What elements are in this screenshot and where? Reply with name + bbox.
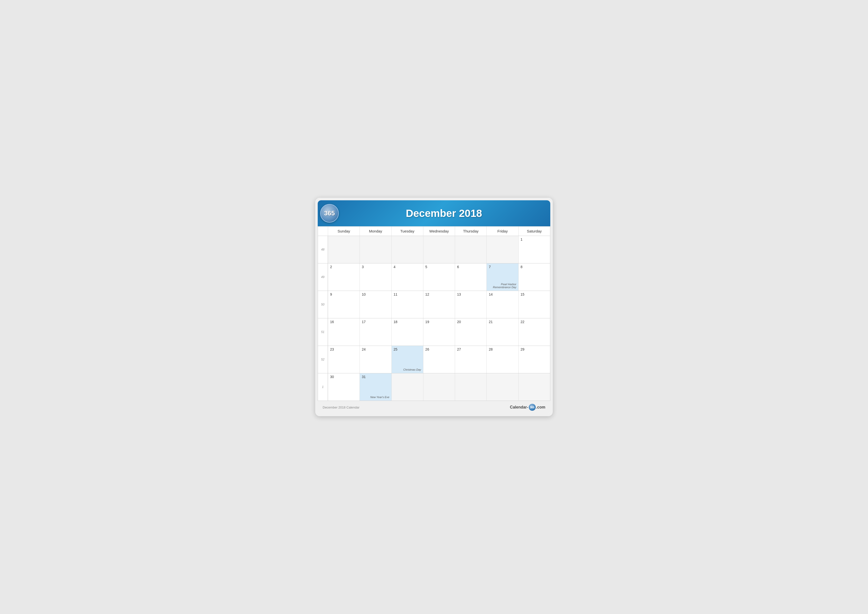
day-cell: 21 (487, 319, 518, 346)
day-number: 9 (330, 292, 358, 296)
day-cell (423, 236, 455, 263)
calendar-header: 365 December 2018 (318, 200, 550, 226)
page-wrapper: 365 December 2018 Sunday Monday Tuesday … (315, 198, 553, 416)
day-cell (518, 373, 550, 401)
day-cell: 4 (391, 263, 423, 291)
day-number: 26 (425, 347, 453, 351)
day-cell: 1 (518, 236, 550, 263)
day-cell: 3 (360, 263, 391, 291)
day-cell: 12 (423, 291, 455, 318)
day-header-sunday: Sunday (328, 227, 360, 236)
footer-brand: Calendar- 365 .com (510, 404, 546, 411)
week-row: 5116171819202122 (318, 318, 550, 346)
day-number: 28 (489, 347, 516, 351)
week-row: 481 (318, 236, 550, 263)
day-number: 30 (330, 375, 358, 379)
day-cell: 31New Year's Eve (360, 373, 391, 401)
week-row: 49234567Pearl Harbor Remembrance Day8 (318, 263, 550, 291)
day-number: 5 (425, 265, 453, 269)
day-cell: 11 (391, 291, 423, 318)
calendar-container: 365 December 2018 Sunday Monday Tuesday … (318, 200, 550, 414)
day-cell: 7Pearl Harbor Remembrance Day (487, 263, 518, 291)
day-cell: 14 (487, 291, 518, 318)
day-number: 17 (362, 320, 389, 324)
day-cell: 5 (423, 263, 455, 291)
day-cell: 17 (360, 319, 391, 346)
day-header-wednesday: Wednesday (423, 227, 455, 236)
day-cell: 20 (455, 319, 487, 346)
day-number: 3 (362, 265, 389, 269)
day-cell: 18 (391, 319, 423, 346)
day-cell: 25Christmas Day (391, 346, 423, 373)
day-number: 27 (457, 347, 485, 351)
footer-caption: December 2018 Calendar (322, 406, 360, 409)
day-cell: 8 (518, 263, 550, 291)
week-num-header (318, 227, 328, 236)
week-row: 509101112131415 (318, 291, 550, 318)
week-number: 52 (318, 346, 328, 373)
day-cell: 26 (423, 346, 455, 373)
logo-circle: 365 (320, 204, 339, 222)
footer-logo-text: 365 (530, 406, 534, 409)
day-number: 11 (394, 292, 421, 296)
day-number: 22 (521, 320, 548, 324)
week-number: 51 (318, 319, 328, 346)
day-cell (391, 373, 423, 401)
day-number: 19 (425, 320, 453, 324)
day-cell: 30 (328, 373, 360, 401)
day-number: 25 (394, 347, 421, 351)
footer-brand-suffix: .com (536, 405, 546, 409)
day-cell: 22 (518, 319, 550, 346)
calendar-grid: Sunday Monday Tuesday Wednesday Thursday… (318, 226, 550, 401)
day-cell: 23 (328, 346, 360, 373)
day-cell (455, 373, 487, 401)
day-number: 14 (489, 292, 516, 296)
day-number: 16 (330, 320, 358, 324)
footer-brand-prefix: Calendar- (510, 405, 528, 409)
day-header-monday: Monday (360, 227, 391, 236)
day-number: 13 (457, 292, 485, 296)
day-number: 21 (489, 320, 516, 324)
day-cell: 9 (328, 291, 360, 318)
day-cell: 2 (328, 263, 360, 291)
day-cell: 28 (487, 346, 518, 373)
day-number: 29 (521, 347, 548, 351)
day-cell (360, 236, 391, 263)
day-number: 6 (457, 265, 485, 269)
day-cell (455, 236, 487, 263)
week-number: 48 (318, 236, 328, 263)
day-cell: 13 (455, 291, 487, 318)
calendar-body: 48149234567Pearl Harbor Remembrance Day8… (318, 236, 550, 401)
day-number: 7 (489, 265, 516, 269)
footer: December 2018 Calendar Calendar- 365 .co… (318, 401, 550, 414)
day-cell (391, 236, 423, 263)
day-number: 12 (425, 292, 453, 296)
day-cell (487, 236, 518, 263)
day-cell: 19 (423, 319, 455, 346)
day-header-thursday: Thursday (455, 227, 487, 236)
day-cell: 16 (328, 319, 360, 346)
day-header-tuesday: Tuesday (391, 227, 423, 236)
day-header-saturday: Saturday (518, 227, 550, 236)
day-number: 2 (330, 265, 358, 269)
day-number: 1 (521, 238, 548, 241)
day-cell (423, 373, 455, 401)
week-row: 13031New Year's Eve (318, 373, 550, 401)
day-number: 24 (362, 347, 389, 351)
day-number: 15 (521, 292, 548, 296)
week-row: 52232425Christmas Day26272829 (318, 346, 550, 373)
day-headers-row: Sunday Monday Tuesday Wednesday Thursday… (318, 227, 550, 236)
day-number: 18 (394, 320, 421, 324)
holiday-label: Christmas Day (403, 368, 421, 371)
day-cell: 10 (360, 291, 391, 318)
day-number: 8 (521, 265, 548, 269)
day-number: 23 (330, 347, 358, 351)
day-cell: 24 (360, 346, 391, 373)
day-cell: 29 (518, 346, 550, 373)
week-number: 50 (318, 291, 328, 318)
footer-logo-circle: 365 (529, 404, 536, 411)
day-cell (328, 236, 360, 263)
day-number: 20 (457, 320, 485, 324)
day-cell: 27 (455, 346, 487, 373)
week-number: 49 (318, 263, 328, 291)
